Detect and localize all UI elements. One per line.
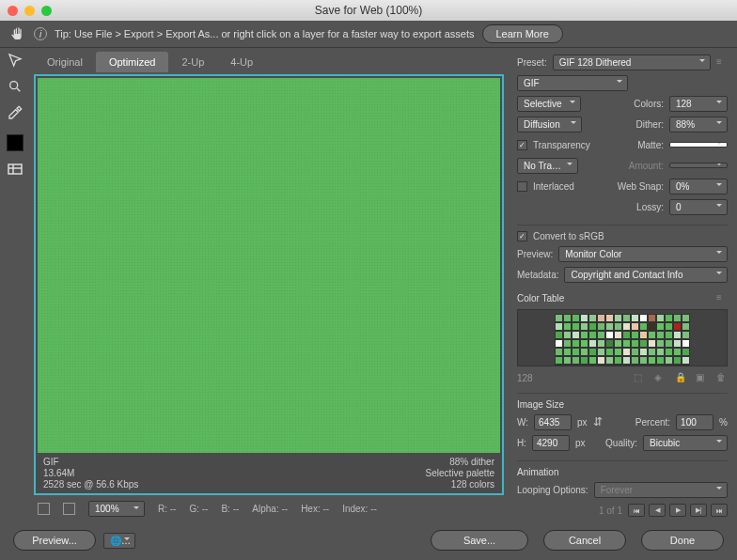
color-swatch[interactable] (639, 322, 648, 331)
color-swatch[interactable] (673, 356, 682, 365)
color-swatch[interactable] (555, 331, 563, 339)
color-swatch[interactable] (673, 348, 682, 356)
websnap-select[interactable]: 0% (669, 179, 728, 194)
color-swatch[interactable] (673, 365, 682, 366)
color-swatch[interactable] (656, 365, 665, 366)
color-swatch[interactable] (631, 322, 639, 331)
color-swatch[interactable] (622, 331, 631, 339)
color-swatch[interactable] (580, 314, 588, 322)
reduction-select[interactable]: Selective (517, 96, 581, 112)
color-swatch[interactable] (648, 339, 656, 348)
color-swatch[interactable] (605, 348, 614, 356)
color-swatch[interactable] (631, 314, 639, 322)
color-swatch[interactable] (656, 322, 665, 331)
color-swatch[interactable] (572, 365, 580, 366)
color-swatch[interactable] (665, 348, 673, 356)
color-swatch[interactable] (665, 365, 673, 366)
preview-button[interactable]: Preview... (13, 530, 96, 551)
color-swatch[interactable] (605, 339, 614, 348)
color-swatch[interactable] (588, 314, 597, 322)
color-swatch[interactable] (639, 339, 648, 348)
color-swatch[interactable] (682, 348, 690, 356)
color-swatch[interactable] (605, 322, 614, 331)
color-swatch[interactable] (572, 322, 580, 331)
color-swatch[interactable] (631, 348, 639, 356)
color-swatch[interactable] (614, 339, 622, 348)
color-swatch[interactable] (580, 348, 588, 356)
color-swatch[interactable] (572, 314, 580, 322)
color-swatch[interactable] (605, 365, 614, 366)
color-swatch[interactable] (665, 356, 673, 365)
color-swatch[interactable] (588, 348, 597, 356)
color-swatch[interactable] (597, 356, 605, 365)
color-swatch[interactable] (648, 331, 656, 339)
color-swatch[interactable] (614, 348, 622, 356)
quality-select[interactable]: Bicubic (643, 435, 728, 451)
color-swatch[interactable] (639, 348, 648, 356)
tab-optimized[interactable]: Optimized (96, 52, 169, 72)
color-swatch[interactable] (580, 339, 588, 348)
color-swatch[interactable] (572, 348, 580, 356)
zoom-select[interactable]: 100% (88, 501, 145, 517)
color-swatch[interactable] (665, 331, 673, 339)
color-swatch[interactable] (631, 331, 639, 339)
colors-select[interactable]: 128 (669, 96, 728, 112)
cancel-button[interactable]: Cancel (543, 530, 626, 551)
preset-menu-icon[interactable]: ≡ (716, 56, 728, 68)
interlaced-checkbox[interactable] (517, 181, 527, 192)
color-swatch[interactable] (665, 339, 673, 348)
color-swatch[interactable] (665, 314, 673, 322)
color-swatch[interactable] (614, 314, 622, 322)
color-swatch[interactable] (639, 365, 648, 366)
height-input[interactable] (532, 435, 570, 451)
color-swatch[interactable] (605, 356, 614, 365)
format-select[interactable]: GIF (517, 75, 628, 91)
color-swatch[interactable] (648, 322, 656, 331)
color-swatch[interactable] (673, 322, 682, 331)
color-swatch[interactable] (580, 331, 588, 339)
color-swatch[interactable] (588, 331, 597, 339)
toggle-slices-icon[interactable] (38, 503, 50, 515)
tab-4up[interactable]: 4-Up (217, 52, 266, 72)
metadata-select[interactable]: Copyright and Contact Info (564, 267, 728, 283)
ct-new-icon[interactable]: ▣ (696, 372, 707, 383)
color-swatch[interactable] (580, 322, 588, 331)
tab-2up[interactable]: 2-Up (168, 52, 217, 72)
color-swatch[interactable] (682, 331, 690, 339)
color-swatch[interactable] (673, 331, 682, 339)
color-swatch[interactable] (639, 356, 648, 365)
done-button[interactable]: Done (641, 530, 724, 551)
color-swatch[interactable] (648, 314, 656, 322)
color-swatch[interactable] (597, 322, 605, 331)
color-swatch[interactable] (614, 365, 622, 366)
color-swatch[interactable] (588, 365, 597, 366)
dither-method-select[interactable]: Diffusion (517, 117, 582, 132)
color-swatch[interactable] (656, 356, 665, 365)
save-button[interactable]: Save... (431, 530, 528, 551)
color-swatch[interactable] (656, 339, 665, 348)
hand-tool-icon[interactable] (8, 25, 26, 42)
preset-select[interactable]: GIF 128 Dithered (553, 54, 711, 70)
color-swatch[interactable] (656, 331, 665, 339)
color-swatch[interactable] (563, 339, 572, 348)
ct-shift-icon[interactable]: ◈ (654, 372, 666, 383)
color-swatch[interactable] (622, 314, 631, 322)
color-swatch[interactable] (555, 339, 563, 348)
preview-select[interactable]: Monitor Color (558, 246, 728, 262)
color-swatch[interactable] (563, 314, 572, 322)
color-swatch[interactable] (555, 365, 563, 366)
color-swatch[interactable] (605, 331, 614, 339)
color-swatch[interactable] (622, 348, 631, 356)
color-swatch[interactable] (555, 322, 563, 331)
color-swatch[interactable] (631, 356, 639, 365)
color-swatch[interactable] (682, 356, 690, 365)
transparency-checkbox[interactable] (517, 140, 527, 150)
srgb-checkbox[interactable] (517, 231, 527, 241)
color-swatch[interactable] (656, 348, 665, 356)
color-swatch[interactable] (648, 348, 656, 356)
width-input[interactable] (534, 414, 572, 430)
color-swatch[interactable] (580, 356, 588, 365)
preview-pane[interactable]: GIF 13.64M 2528 sec @ 56.6 Kbps 88% dith… (34, 74, 504, 495)
color-swatch[interactable] (563, 348, 572, 356)
color-swatch[interactable] (563, 365, 572, 366)
